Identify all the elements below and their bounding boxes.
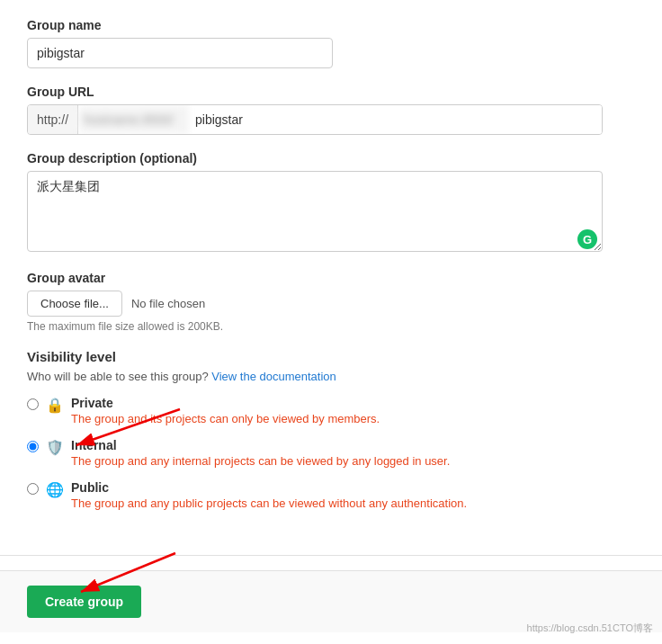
internal-option: 🛡️ Internal The group and any internal p… (27, 438, 635, 468)
visibility-subtitle-text: Who will be able to see this group? (27, 370, 209, 383)
group-desc-input[interactable]: 派大星集团 (27, 171, 603, 252)
public-radio[interactable] (27, 483, 39, 495)
visibility-title: Visibility level (27, 349, 635, 364)
group-url-field: http:// hostname.8500/ (27, 104, 603, 135)
watermark: https://blog.csdn.51CTO博客 (527, 622, 653, 635)
visibility-subtitle: Who will be able to see this group? View… (27, 370, 635, 383)
url-blurred-part: hostname.8500/ (78, 105, 186, 134)
group-desc-label: Group description (optional) (27, 151, 635, 165)
private-desc: The group and its projects can only be v… (71, 412, 380, 425)
group-name-input[interactable] (27, 38, 333, 68)
group-url-label: Group URL (27, 85, 635, 99)
choose-file-button[interactable]: Choose file... (27, 291, 122, 317)
url-prefix: http:// (28, 105, 78, 134)
internal-radio[interactable] (27, 441, 39, 452)
public-desc: The group and any public projects can be… (71, 496, 467, 510)
internal-label: Internal (71, 438, 450, 452)
group-name-label: Group name (27, 18, 635, 32)
url-slug-input[interactable] (186, 105, 602, 134)
private-label: Private (71, 396, 380, 410)
view-docs-link[interactable]: View the documentation (211, 370, 336, 383)
file-size-hint: The maximum file size allowed is 200KB. (27, 320, 635, 333)
create-group-button[interactable]: Create group (27, 586, 141, 618)
shield-icon: 🛡️ (46, 439, 64, 456)
private-option: 🔒 Private The group and its projects can… (27, 396, 635, 425)
grammarly-icon: G (577, 229, 597, 249)
private-radio[interactable] (27, 398, 39, 410)
internal-desc: The group and any internal projects can … (71, 454, 450, 468)
no-file-text: No file chosen (131, 297, 205, 310)
public-option: 🌐 Public The group and any public projec… (27, 480, 635, 510)
group-avatar-label: Group avatar (27, 271, 635, 285)
globe-icon: 🌐 (46, 481, 64, 498)
public-label: Public (71, 480, 467, 495)
lock-icon: 🔒 (46, 397, 64, 414)
